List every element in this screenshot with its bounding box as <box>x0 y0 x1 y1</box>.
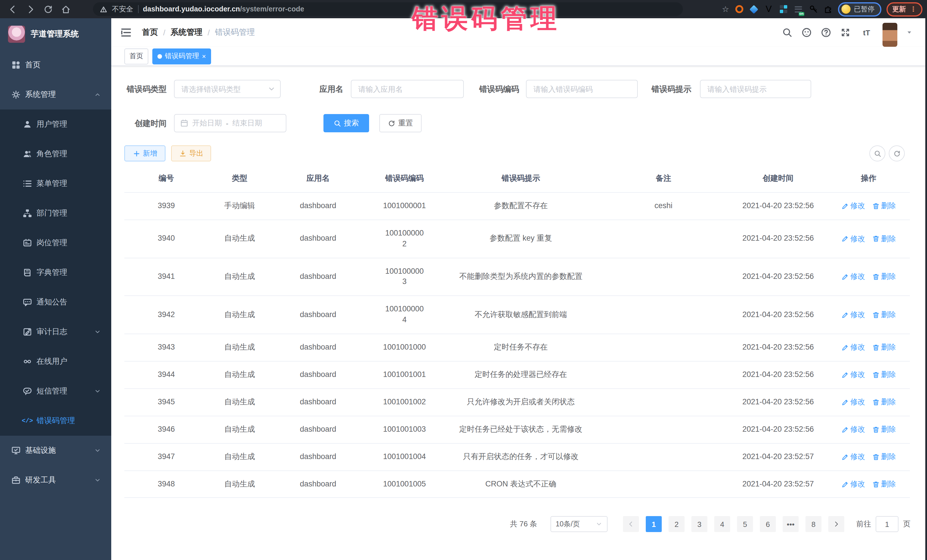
table-row[interactable]: 3943自动生成dashboard1001001000定时任务不存在2021-0… <box>125 334 910 361</box>
browser-profile-chip[interactable]: 已暂停 <box>838 2 881 16</box>
delete-link[interactable]: 删除 <box>872 343 896 353</box>
list-on-extension-icon[interactable]: on <box>793 4 803 14</box>
hamburger-icon[interactable] <box>120 27 132 38</box>
date-start-placeholder[interactable]: 开始日期 <box>192 118 222 128</box>
edit-link[interactable]: 修改 <box>841 272 865 282</box>
sidebar-item-tree[interactable]: 部门管理 <box>0 199 111 228</box>
puzzle-extension-icon[interactable] <box>823 4 833 14</box>
prev-page-button[interactable] <box>623 516 639 532</box>
page-button-8[interactable]: 8 <box>805 516 821 532</box>
edit-link[interactable]: 修改 <box>841 397 865 407</box>
sidebar-item-dashboard[interactable]: 首页 <box>0 50 111 80</box>
app-logo-row[interactable]: 芋道管理系统 <box>0 18 111 50</box>
not-secure-icon[interactable] <box>100 5 107 13</box>
refresh-table-button[interactable] <box>889 146 905 161</box>
sidebar-item-sms[interactable]: 短信管理 <box>0 376 111 406</box>
table-row[interactable]: 3942自动生成dashboard1001000004不允许获取敏感配置到前端2… <box>125 296 910 334</box>
grid-extension-icon[interactable] <box>779 4 789 14</box>
forward-icon[interactable] <box>26 4 35 14</box>
sidebar-item-monitor[interactable]: 基础设施 <box>0 436 111 465</box>
delete-link[interactable]: 删除 <box>872 452 896 462</box>
address-bar[interactable]: 不安全 dashboard.yudao.iocoder.cn/system/er… <box>93 2 683 16</box>
key-extension-icon[interactable] <box>808 4 818 14</box>
sidebar-item-code[interactable]: </>错误码管理 <box>0 406 111 436</box>
breadcrumb-system[interactable]: 系统管理 <box>170 27 202 38</box>
edit-link[interactable]: 修改 <box>841 201 865 211</box>
edit-link[interactable]: 修改 <box>841 370 865 380</box>
delete-link[interactable]: 删除 <box>872 424 896 434</box>
date-range-picker[interactable]: 开始日期 - 结束日期 <box>174 114 286 132</box>
close-tab-icon[interactable]: × <box>202 53 206 59</box>
update-button[interactable]: 更新 ⋮ <box>886 2 922 16</box>
error-type-select-input[interactable] <box>174 80 281 98</box>
reset-button[interactable]: 重置 <box>379 114 422 132</box>
tab-home[interactable]: 首页 <box>125 48 148 64</box>
search-button[interactable]: 搜索 <box>324 114 369 132</box>
page-button-6[interactable]: 6 <box>760 516 776 532</box>
caret-down-icon[interactable] <box>906 30 912 35</box>
sidebar-item-toolbox[interactable]: 研发工具 <box>0 465 111 495</box>
table-row[interactable]: 3947自动生成dashboard1001001004只有开启状态的任务，才可以… <box>125 443 910 471</box>
sidebar-item-user[interactable]: 用户管理 <box>0 109 111 139</box>
goto-page-input[interactable] <box>876 516 898 532</box>
table-row[interactable]: 3948自动生成dashboard1001001005CRON 表达式不正确20… <box>125 471 910 498</box>
error-type-select[interactable] <box>174 80 281 98</box>
sidebar-item-list[interactable]: 菜单管理 <box>0 169 111 199</box>
edit-link[interactable]: 修改 <box>841 424 865 434</box>
user-avatar[interactable] <box>883 23 897 47</box>
sidebar-item-gear[interactable]: 系统管理 <box>0 80 111 109</box>
sidebar-item-online[interactable]: 在线用户 <box>0 347 111 376</box>
error-code-input[interactable] <box>526 80 638 98</box>
sidebar-item-badge[interactable]: 岗位管理 <box>0 228 111 258</box>
sidebar-item-bubble[interactable]: 通知公告 <box>0 287 111 317</box>
page-button-2[interactable]: 2 <box>669 516 685 532</box>
help-icon[interactable] <box>821 27 831 38</box>
sidebar-item-book[interactable]: 字典管理 <box>0 258 111 287</box>
page-button-5[interactable]: 5 <box>737 516 753 532</box>
table-row[interactable]: 3945自动生成dashboard1001001002只允许修改为开启或者关闭状… <box>125 389 910 416</box>
page-scrollbar[interactable] <box>925 18 927 560</box>
sidebar-item-users[interactable]: 角色管理 <box>0 139 111 169</box>
edit-link[interactable]: 修改 <box>841 452 865 462</box>
edit-link[interactable]: 修改 <box>841 343 865 353</box>
edit-link[interactable]: 修改 <box>841 310 865 320</box>
green-v-extension-icon[interactable]: V <box>764 4 774 14</box>
home-icon[interactable] <box>61 4 71 14</box>
table-row[interactable]: 3946自动生成dashboard1001001003定时任务已经处于该状态，无… <box>125 416 910 444</box>
orange-ring-extension-icon[interactable] <box>734 4 744 14</box>
more-pages-button[interactable]: ••• <box>783 516 799 532</box>
tab-error-code[interactable]: 错误码管理 × <box>152 48 211 64</box>
error-msg-input[interactable] <box>700 80 811 98</box>
app-name-input[interactable] <box>351 80 464 98</box>
delete-link[interactable]: 删除 <box>872 201 896 211</box>
font-size-icon[interactable]: tT <box>860 27 873 38</box>
next-page-button[interactable] <box>828 516 844 532</box>
edit-link[interactable]: 修改 <box>841 234 865 244</box>
delete-link[interactable]: 删除 <box>872 370 896 380</box>
edit-link[interactable]: 修改 <box>841 479 865 489</box>
delete-link[interactable]: 删除 <box>872 397 896 407</box>
add-button[interactable]: 新增 <box>125 146 166 161</box>
table-row[interactable]: 3940自动生成dashboard1001000002参数配置 key 重复20… <box>125 220 910 258</box>
table-row[interactable]: 3941自动生成dashboard1001000003不能删除类型为系统内置的参… <box>125 258 910 296</box>
sidebar-item-log[interactable]: 审计日志 <box>0 317 111 347</box>
page-button-4[interactable]: 4 <box>714 516 730 532</box>
bookmark-star-icon[interactable]: ☆ <box>722 5 729 14</box>
table-row[interactable]: 3939手动编辑dashboard1001000001参数配置不存在ceshi2… <box>125 193 910 220</box>
delete-link[interactable]: 删除 <box>872 234 896 244</box>
page-size-select[interactable]: 10条/页 <box>550 516 608 532</box>
search-icon[interactable] <box>782 27 792 38</box>
page-button-3[interactable]: 3 <box>691 516 707 532</box>
delete-link[interactable]: 删除 <box>872 479 896 489</box>
date-end-placeholder[interactable]: 结束日期 <box>233 118 262 128</box>
github-icon[interactable] <box>801 27 812 38</box>
toggle-search-button[interactable] <box>869 146 885 161</box>
export-button[interactable]: 导出 <box>171 146 211 161</box>
table-row[interactable]: 3944自动生成dashboard1001001001定时任务的处理器已经存在2… <box>125 361 910 389</box>
browser-menu-icon[interactable]: ⋮ <box>910 5 917 13</box>
back-icon[interactable] <box>8 4 18 14</box>
blue-gem-extension-icon[interactable] <box>749 4 759 14</box>
delete-link[interactable]: 删除 <box>872 272 896 282</box>
reload-icon[interactable] <box>43 4 53 14</box>
breadcrumb-home[interactable]: 首页 <box>142 27 158 38</box>
